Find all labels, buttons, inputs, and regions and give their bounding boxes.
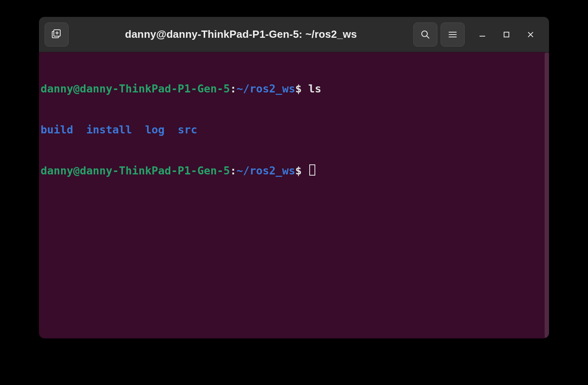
prompt-colon: : [230, 82, 236, 95]
search-icon [420, 29, 431, 40]
minimize-button[interactable] [476, 28, 489, 41]
prompt-path: ~/ros2_ws [237, 82, 295, 95]
ls-item-src: src [178, 123, 197, 136]
close-icon [527, 31, 534, 38]
command-ls: ls [308, 82, 322, 95]
hamburger-icon [448, 30, 457, 39]
ls-item-install: install [86, 123, 132, 136]
maximize-button[interactable] [500, 28, 513, 41]
new-tab-icon [51, 29, 62, 40]
terminal-window: danny@danny-ThinkPad-P1-Gen-5: ~/ros2_ws [39, 17, 549, 338]
close-button[interactable] [524, 28, 537, 41]
window-title: danny@danny-ThinkPad-P1-Gen-5: ~/ros2_ws [72, 28, 410, 41]
scrollbar[interactable] [545, 52, 549, 338]
svg-rect-10 [504, 32, 509, 37]
ls-item-build: build [41, 123, 73, 136]
new-tab-button[interactable] [45, 23, 69, 47]
prompt-symbol: $ [295, 164, 302, 177]
search-button[interactable] [413, 23, 437, 47]
prompt-colon: : [230, 164, 236, 177]
prompt-user: danny@danny-ThinkPad-P1-Gen-5 [41, 82, 230, 95]
prompt-symbol: $ [295, 82, 302, 95]
prompt-user: danny@danny-ThinkPad-P1-Gen-5 [41, 164, 230, 177]
menu-button[interactable] [441, 23, 465, 47]
window-controls [468, 28, 543, 41]
ls-item-log: log [145, 123, 165, 136]
terminal-line-2: build install log src [41, 123, 547, 137]
terminal-body[interactable]: danny@danny-ThinkPad-P1-Gen-5:~/ros2_ws$… [39, 52, 549, 338]
terminal-line-3: danny@danny-ThinkPad-P1-Gen-5:~/ros2_ws$ [41, 164, 547, 178]
terminal-line-1: danny@danny-ThinkPad-P1-Gen-5:~/ros2_ws$… [41, 82, 547, 96]
svg-line-5 [427, 36, 429, 38]
titlebar: danny@danny-ThinkPad-P1-Gen-5: ~/ros2_ws [39, 17, 549, 52]
cursor [309, 164, 315, 176]
maximize-icon [503, 31, 510, 38]
minimize-icon [479, 31, 486, 38]
prompt-path: ~/ros2_ws [237, 164, 295, 177]
